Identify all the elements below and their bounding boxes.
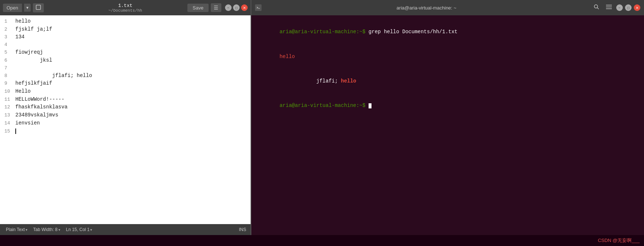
- editor-line: 1323489vskaljmvs: [0, 111, 251, 119]
- editor-titlebar: Open ▾ 1.txt ~/Documents/hh Save ☰ − □ ✕: [0, 0, 251, 15]
- terminal-line-1: aria@aria-virtual-machine:~$ grep hello …: [255, 20, 640, 44]
- editor-line: 4: [0, 41, 251, 49]
- editor-line: 5fiowjreqj: [0, 49, 251, 57]
- editor-line: 3134: [0, 33, 251, 41]
- save-button[interactable]: Save: [187, 4, 209, 12]
- line-content: jksl: [15, 57, 52, 65]
- line-content: fjsklf ja;lf: [15, 26, 52, 34]
- language-dropdown-arrow: ▾: [26, 228, 27, 232]
- watermark-text: CSDN @无妄啊___: [598, 237, 640, 244]
- line-number: 3: [4, 34, 13, 41]
- open-button[interactable]: Open: [3, 4, 22, 12]
- position-label: Ln 15, Col 1: [66, 227, 90, 232]
- line-content: fiowjreqj: [15, 49, 43, 57]
- line-number: 1: [4, 18, 13, 25]
- terminal-command-1: grep hello Documents/hh/1.txt: [365, 29, 457, 35]
- insert-mode-indicator: INS: [239, 227, 246, 232]
- tab-width-label: Tab Width: 8: [33, 227, 58, 232]
- terminal-line-4: aria@aria-virtual-machine:~$: [255, 93, 640, 118]
- editor-line: 12fhaskfkalsnklasva: [0, 103, 251, 111]
- terminal-prompt-1: aria@aria-virtual-machine:~$: [279, 29, 365, 35]
- editor-lines: 1hello2fjsklf ja;lf313445fiowjreqj6 jksl…: [0, 18, 251, 135]
- editor-title-center: 1.txt ~/Documents/hh: [108, 3, 142, 13]
- minimize-button[interactable]: −: [225, 4, 232, 11]
- line-content: HELLoWWord!-----: [15, 96, 64, 104]
- editor-line: 15: [0, 127, 251, 135]
- editor-line: 1hello: [0, 18, 251, 26]
- line-number: 9: [4, 80, 13, 87]
- line-number: 11: [4, 96, 13, 103]
- line-number: 4: [4, 41, 13, 49]
- line-number: 14: [4, 120, 13, 127]
- line-number: 2: [4, 26, 13, 33]
- tab-width-selector[interactable]: Tab Width: 8 ▾: [32, 226, 62, 233]
- terminal-title: aria@aria-virtual-machine: ~: [264, 5, 588, 11]
- terminal-input-cursor: [365, 103, 371, 108]
- line-number: 10: [4, 88, 13, 95]
- line-content: 134: [15, 33, 24, 41]
- terminal-close-button[interactable]: ✕: [634, 4, 640, 11]
- main-area: Open ▾ 1.txt ~/Documents/hh Save ☰ − □ ✕: [0, 0, 644, 235]
- open-dropdown-button[interactable]: ▾: [24, 4, 31, 12]
- terminal-titlebar: aria@aria-virtual-machine: ~ − □: [251, 0, 644, 15]
- line-number: 7: [4, 65, 13, 72]
- editor-line: 7: [0, 65, 251, 72]
- line-number: 6: [4, 57, 13, 64]
- line-content: 23489vskaljmvs: [15, 111, 58, 119]
- editor-line: 6 jksl: [0, 57, 251, 65]
- search-icon: [594, 4, 599, 10]
- terminal-prompt-2: aria@aria-virtual-machine:~$: [279, 103, 365, 108]
- pin-icon: [36, 5, 41, 10]
- line-content: Hello: [15, 88, 31, 96]
- editor-statusbar: Plain Text ▾ Tab Width: 8 ▾ Ln 15, Col 1…: [0, 224, 251, 235]
- terminal-output-2a: jflafi;: [279, 78, 341, 84]
- terminal-search-button[interactable]: [591, 3, 602, 12]
- line-content: [15, 127, 16, 135]
- terminal-output-1: hello: [279, 54, 295, 59]
- editor-filepath: ~/Documents/hh: [108, 8, 142, 13]
- position-indicator[interactable]: Ln 15, Col 1 ▾: [65, 226, 94, 233]
- terminal-window-controls: − □ ✕: [591, 3, 640, 12]
- terminal-menu-button[interactable]: [604, 4, 614, 12]
- terminal-line-3: jflafi; hello: [255, 69, 640, 93]
- line-number: 5: [4, 49, 13, 56]
- editor-line: 9hefjslkfjaif: [0, 80, 251, 88]
- line-content: ienvsien: [15, 119, 40, 127]
- terminal-icon: [256, 5, 260, 10]
- close-button[interactable]: ✕: [241, 4, 248, 11]
- editor-line: 10Hello: [0, 88, 251, 96]
- svg-rect-0: [36, 5, 41, 9]
- editor-line: 8 jflafi; hello: [0, 72, 251, 80]
- terminal-maximize-button[interactable]: □: [625, 4, 632, 11]
- terminal-minimize-button[interactable]: −: [616, 4, 623, 11]
- svg-point-3: [594, 5, 598, 8]
- language-label: Plain Text: [6, 227, 25, 232]
- line-content: jflafi; hello: [15, 72, 92, 80]
- editor-content[interactable]: 1hello2fjsklf ja;lf313445fiowjreqj6 jksl…: [0, 15, 251, 224]
- editor-menu-button[interactable]: ☰: [211, 3, 221, 12]
- line-number: 12: [4, 104, 13, 111]
- line-number: 13: [4, 112, 13, 119]
- editor-panel: Open ▾ 1.txt ~/Documents/hh Save ☰ − □ ✕: [0, 0, 251, 235]
- maximize-button[interactable]: □: [233, 4, 240, 11]
- line-content: hello: [15, 18, 31, 26]
- line-number: 8: [4, 72, 13, 80]
- tab-width-dropdown-arrow: ▾: [58, 228, 60, 232]
- text-cursor: [15, 128, 16, 134]
- hamburger-icon: [606, 4, 612, 9]
- terminal-content[interactable]: aria@aria-virtual-machine:~$ grep hello …: [251, 15, 644, 235]
- editor-line: 14ienvsien: [0, 119, 251, 127]
- editor-filename: 1.txt: [108, 3, 142, 8]
- line-content: fhaskfkalsnklasva: [15, 103, 68, 111]
- editor-window-controls: − □ ✕: [225, 4, 248, 11]
- editor-line: 2fjsklf ja;lf: [0, 26, 251, 34]
- terminal-tab-icon: [255, 4, 262, 11]
- terminal-panel: aria@aria-virtual-machine: ~ − □: [251, 0, 644, 235]
- language-selector[interactable]: Plain Text ▾: [4, 226, 29, 233]
- line-number: 15: [4, 128, 13, 135]
- terminal-line-2: hello: [255, 44, 640, 69]
- pin-button[interactable]: [33, 3, 44, 12]
- terminal-output-2b: hello: [341, 78, 356, 84]
- terminal-cursor: [369, 103, 371, 108]
- svg-line-4: [597, 8, 599, 9]
